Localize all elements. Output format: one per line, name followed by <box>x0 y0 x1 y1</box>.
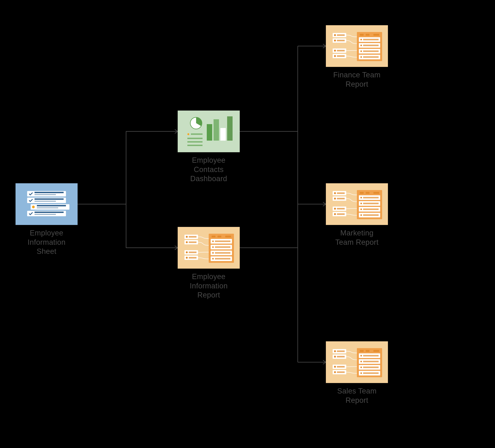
svg-rect-82 <box>363 56 379 58</box>
node-label: MarketingTeam Report <box>335 229 378 247</box>
svg-point-52 <box>212 258 214 259</box>
node-label: EmployeeInformationReport <box>190 272 228 300</box>
svg-rect-68 <box>360 34 364 36</box>
node-label: Sales TeamReport <box>337 387 377 405</box>
report-icon <box>178 227 240 269</box>
svg-point-117 <box>334 356 336 358</box>
svg-rect-17 <box>214 119 219 141</box>
svg-rect-0 <box>15 183 78 225</box>
svg-rect-47 <box>215 246 230 248</box>
svg-point-30 <box>186 241 188 243</box>
svg-rect-57 <box>337 34 345 36</box>
node-label: EmployeeInformationSheet <box>28 229 66 256</box>
svg-rect-41 <box>225 236 231 237</box>
svg-point-46 <box>212 246 214 248</box>
svg-rect-118 <box>337 356 345 357</box>
sheet-icon <box>15 183 78 225</box>
svg-point-8 <box>32 205 35 208</box>
svg-rect-37 <box>189 257 196 258</box>
svg-point-72 <box>360 39 362 40</box>
svg-rect-16 <box>207 124 212 141</box>
report-icon <box>326 183 388 225</box>
svg-point-62 <box>334 50 336 52</box>
svg-point-36 <box>186 257 188 259</box>
diagram-canvas: EmployeeInformationSheet EmployeeContact… <box>0 0 495 448</box>
svg-rect-121 <box>337 366 345 367</box>
svg-rect-50 <box>215 252 230 254</box>
svg-rect-108 <box>363 208 379 210</box>
svg-rect-53 <box>215 258 230 259</box>
svg-point-33 <box>186 251 188 253</box>
report-icon <box>326 341 388 383</box>
svg-rect-134 <box>363 361 379 362</box>
svg-rect-63 <box>337 50 345 51</box>
svg-rect-92 <box>337 208 345 209</box>
svg-point-110 <box>360 214 362 216</box>
node-label: Finance TeamReport <box>333 70 381 89</box>
svg-rect-111 <box>363 214 379 216</box>
svg-rect-40 <box>218 236 221 237</box>
dashboard-icon <box>178 110 240 152</box>
svg-point-56 <box>334 34 336 36</box>
svg-rect-140 <box>363 372 379 374</box>
node-finance: Finance TeamReport <box>326 25 388 89</box>
svg-point-85 <box>334 192 336 194</box>
svg-point-120 <box>334 366 336 368</box>
svg-point-88 <box>334 198 336 200</box>
svg-rect-128 <box>373 350 379 352</box>
svg-point-75 <box>360 45 362 46</box>
svg-rect-60 <box>337 40 345 41</box>
svg-point-27 <box>186 236 188 238</box>
svg-rect-70 <box>373 34 379 36</box>
svg-rect-44 <box>215 241 230 242</box>
svg-rect-13 <box>35 214 56 215</box>
svg-rect-99 <box>373 192 379 194</box>
svg-rect-22 <box>187 138 203 139</box>
node-marketing: MarketingTeam Report <box>326 183 388 247</box>
svg-rect-86 <box>337 192 345 194</box>
svg-rect-131 <box>363 355 379 356</box>
svg-point-123 <box>334 371 336 373</box>
svg-rect-6 <box>35 201 56 202</box>
svg-point-139 <box>360 372 362 374</box>
svg-rect-97 <box>360 192 364 194</box>
node-label: EmployeeContactsDashboard <box>190 156 227 183</box>
svg-rect-24 <box>187 145 203 146</box>
svg-point-101 <box>360 197 362 198</box>
svg-rect-105 <box>363 203 379 204</box>
svg-rect-115 <box>337 351 345 352</box>
svg-rect-98 <box>366 192 370 194</box>
svg-rect-10 <box>37 207 58 208</box>
svg-point-130 <box>360 355 362 356</box>
svg-rect-102 <box>363 197 379 198</box>
svg-rect-23 <box>187 141 203 143</box>
svg-rect-137 <box>363 367 379 368</box>
svg-rect-28 <box>189 236 196 238</box>
svg-point-133 <box>360 361 362 362</box>
svg-point-43 <box>212 241 214 242</box>
svg-point-20 <box>187 133 189 135</box>
svg-rect-73 <box>363 39 379 40</box>
svg-rect-124 <box>337 371 345 373</box>
svg-point-49 <box>212 252 214 254</box>
svg-rect-19 <box>227 116 233 141</box>
svg-point-78 <box>360 50 362 52</box>
svg-rect-89 <box>337 198 345 199</box>
svg-rect-12 <box>35 212 64 213</box>
svg-rect-21 <box>191 134 203 135</box>
svg-point-94 <box>334 213 336 215</box>
svg-rect-95 <box>337 213 345 215</box>
svg-rect-126 <box>360 350 364 352</box>
svg-rect-2 <box>35 192 64 193</box>
svg-rect-127 <box>366 350 370 352</box>
svg-rect-66 <box>337 55 345 57</box>
svg-rect-18 <box>220 128 226 141</box>
svg-point-136 <box>360 367 362 368</box>
svg-rect-3 <box>35 194 56 195</box>
svg-rect-79 <box>363 50 379 52</box>
svg-point-107 <box>360 208 362 210</box>
svg-point-81 <box>360 56 362 58</box>
svg-point-65 <box>334 55 336 57</box>
svg-point-91 <box>334 208 336 210</box>
node-dashboard: EmployeeContactsDashboard <box>178 110 240 183</box>
